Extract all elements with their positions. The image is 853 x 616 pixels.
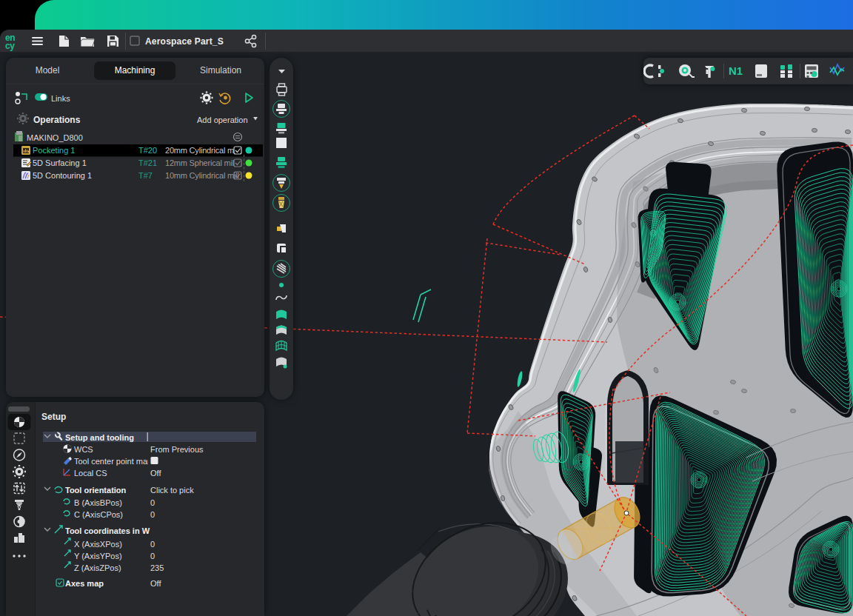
svg-text:N1: N1: [729, 64, 743, 77]
svg-text:cy: cy: [5, 41, 15, 51]
